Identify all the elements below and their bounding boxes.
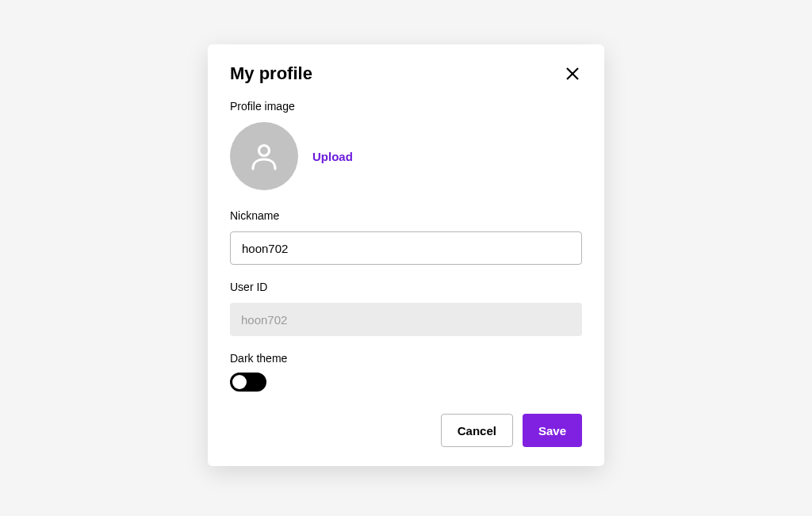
user-id-field-group: User ID hoon702 — [230, 281, 582, 336]
close-icon — [565, 66, 580, 82]
modal-title: My profile — [230, 63, 312, 84]
user-id-label: User ID — [230, 281, 582, 293]
profile-image-label: Profile image — [230, 100, 582, 113]
toggle-knob — [232, 375, 247, 389]
dark-theme-field-group: Dark theme — [230, 352, 582, 392]
nickname-input[interactable] — [230, 231, 582, 265]
dark-theme-label: Dark theme — [230, 352, 582, 365]
profile-image-section: Profile image Upload — [230, 100, 582, 190]
modal-header: My profile — [230, 63, 582, 84]
user-icon — [247, 139, 282, 174]
dark-theme-toggle[interactable] — [230, 373, 266, 392]
save-button[interactable]: Save — [523, 414, 582, 447]
nickname-label: Nickname — [230, 209, 582, 222]
nickname-field-group: Nickname — [230, 209, 582, 265]
upload-button[interactable]: Upload — [312, 150, 353, 163]
profile-image-row: Upload — [230, 122, 582, 190]
modal-actions: Cancel Save — [230, 414, 582, 447]
user-id-display: hoon702 — [230, 303, 582, 336]
profile-modal: My profile Profile image Upload Nickname… — [208, 44, 604, 466]
cancel-button[interactable]: Cancel — [441, 414, 513, 447]
close-button[interactable] — [563, 64, 582, 83]
avatar — [230, 122, 298, 190]
svg-point-2 — [259, 146, 270, 156]
